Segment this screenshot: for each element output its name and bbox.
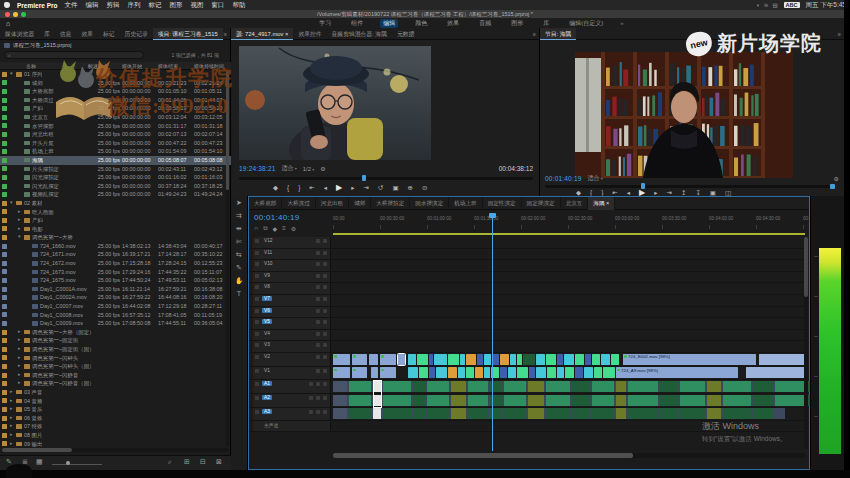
timeline-playhead[interactable]	[492, 213, 493, 451]
timeline-clip[interactable]	[603, 367, 615, 378]
timeline-clip[interactable]	[349, 408, 371, 419]
caret-down-icon[interactable]: ▾	[10, 199, 13, 205]
timeline-clip[interactable]	[484, 354, 491, 365]
track-visibility-icon[interactable]	[323, 355, 327, 359]
track-visibility-icon[interactable]	[316, 239, 320, 243]
track-lane-V11[interactable]	[333, 249, 805, 260]
input-method-badge[interactable]: ABC	[784, 2, 800, 8]
track-header-V5[interactable]: V5	[253, 318, 331, 329]
track-header-V12[interactable]: V12	[253, 237, 331, 248]
timeline-clip[interactable]	[707, 381, 721, 393]
track-visibility-icon[interactable]	[316, 262, 320, 266]
track-visibility-icon[interactable]	[316, 309, 320, 313]
timeline-clip[interactable]	[575, 354, 584, 365]
timeline-clip[interactable]	[434, 354, 447, 365]
timeline-clip[interactable]	[492, 354, 499, 365]
track-lane-V6[interactable]	[333, 307, 805, 318]
timeline-clip[interactable]	[436, 367, 447, 378]
timeline-timecode[interactable]: 00:01:40:19	[254, 213, 300, 222]
scrubber-zoom-handle[interactable]	[830, 184, 835, 189]
caret-right-icon[interactable]: ▸	[10, 388, 13, 394]
timeline-clip[interactable]	[680, 395, 705, 406]
timeline-clip[interactable]	[380, 354, 396, 365]
track-name-V5[interactable]: V5	[262, 319, 272, 324]
track-lock-icon[interactable]	[255, 251, 259, 255]
source-video-frame[interactable]	[239, 46, 431, 160]
timeline-clip[interactable]	[349, 395, 371, 406]
source-timecode[interactable]: 19:24:38:21	[239, 165, 276, 172]
mute-solo-icon[interactable]	[323, 396, 327, 400]
timeline-clip[interactable]	[333, 367, 350, 378]
project-item-row[interactable]: 724_1660.mov25.00 fps14:38:02:1314:38:43…	[0, 242, 231, 251]
timeline-clip[interactable]	[508, 367, 516, 378]
timeline-clip[interactable]	[383, 408, 411, 419]
track-name-V8[interactable]: V8	[262, 284, 272, 289]
track-header-V2[interactable]: V2	[253, 353, 331, 366]
app-name[interactable]: Premiere Pro	[17, 2, 57, 9]
project-item-row[interactable]: Day1_C0007.mov25.00 fps16:44:02:0817:12:…	[0, 302, 231, 311]
go-to-in-button[interactable]: ⇤	[309, 184, 314, 192]
menu-窗口[interactable]: 窗口	[211, 1, 224, 10]
go-to-out-button[interactable]: ⇥	[363, 184, 368, 192]
track-lane-V4[interactable]	[333, 330, 805, 341]
timeline-clip[interactable]	[628, 395, 658, 406]
timeline-clip[interactable]	[536, 354, 545, 365]
project-item-row[interactable]: 视频乱摆定25.00 fps00:00:00:0001:49:24:2301:4…	[0, 190, 231, 199]
project-item-row[interactable]: Day1_C0009.mov25.00 fps17:08:50:0817:44:…	[0, 319, 231, 328]
menu-标记[interactable]: 标记	[148, 1, 161, 10]
timeline-clip[interactable]: 724_A9.mov [98%]	[616, 367, 738, 378]
bin-row[interactable]: ▸03 声音	[0, 388, 231, 397]
caret-right-icon[interactable]: ▸	[18, 208, 21, 214]
track-header-V11[interactable]: V11	[253, 249, 331, 260]
sequence-tab[interactable]: 机场上班	[449, 197, 482, 210]
track-name-V11[interactable]: V11	[262, 250, 274, 255]
timeline-clip[interactable]	[746, 367, 805, 378]
timeline-clip[interactable]	[333, 395, 347, 406]
track-header-V3[interactable]: V3	[253, 341, 331, 352]
timeline-clip[interactable]	[408, 354, 416, 365]
step-back-button[interactable]: ◂	[324, 184, 327, 192]
track-name-V10[interactable]: V10	[262, 261, 275, 266]
workspace-tab-图形[interactable]: 图形	[508, 19, 526, 28]
caret-right-icon[interactable]: ▸	[10, 431, 13, 437]
project-panel-tab[interactable]: 信息	[55, 28, 77, 40]
timeline-clip[interactable]	[628, 408, 658, 419]
caret-right-icon[interactable]: ▸	[18, 336, 21, 342]
bin-row[interactable]: ▸调色完第一~闪钟头（固）	[0, 362, 231, 371]
track-visibility-icon[interactable]	[323, 262, 327, 266]
caret-right-icon[interactable]: ▸	[10, 405, 13, 411]
track-visibility-icon[interactable]	[323, 332, 327, 336]
source-playhead[interactable]	[362, 175, 366, 181]
mute-solo-icon[interactable]	[316, 382, 320, 386]
project-panel-tab[interactable]: 效果	[76, 28, 98, 40]
program-video-frame[interactable]	[575, 52, 793, 178]
source-tab[interactable]: 效果控件	[293, 28, 326, 40]
caret-down-icon[interactable]: ▾	[10, 70, 13, 76]
bin-breadcrumb[interactable]: 课程三习卷_1515.prproj	[4, 42, 71, 49]
caret-right-icon[interactable]: ▸	[18, 371, 21, 377]
mute-solo-icon[interactable]	[309, 410, 313, 414]
track-lane-A2[interactable]	[333, 394, 805, 407]
panel-menu-icon[interactable]: ≡	[838, 31, 841, 37]
timeline-clip[interactable]	[536, 367, 546, 378]
timeline-clip[interactable]	[413, 395, 425, 406]
timeline-clip[interactable]	[500, 367, 507, 378]
timeline-clip[interactable]	[528, 381, 544, 393]
caret-right-icon[interactable]: ▸	[18, 216, 21, 222]
bin-row[interactable]: ▸调色完第一~固定街	[0, 336, 231, 345]
apple-menu-icon[interactable]	[4, 2, 10, 8]
timeline-clip[interactable]	[477, 354, 483, 365]
track-visibility-icon[interactable]	[323, 320, 327, 324]
sequence-tab[interactable]: 固定性演定	[483, 197, 522, 210]
menu-图形[interactable]: 图形	[169, 1, 182, 10]
project-item-row[interactable]: 724_1673.mov25.00 fps17:29:24:1617:44:35…	[0, 268, 231, 277]
track-name-A2[interactable]: A2	[262, 395, 272, 400]
timeline-clip[interactable]	[592, 395, 614, 406]
timeline-clip[interactable]	[333, 354, 350, 365]
project-item-row[interactable]: 河北出租25.00 fps00:00:00:0000:02:07:1300:02…	[0, 130, 231, 139]
track-name-V4[interactable]: V4	[262, 331, 272, 336]
timeline-clip[interactable]	[616, 408, 626, 419]
timeline-clip[interactable]	[383, 381, 411, 393]
track-lane-V8[interactable]	[333, 283, 805, 294]
menu-剪辑[interactable]: 剪辑	[106, 1, 119, 10]
